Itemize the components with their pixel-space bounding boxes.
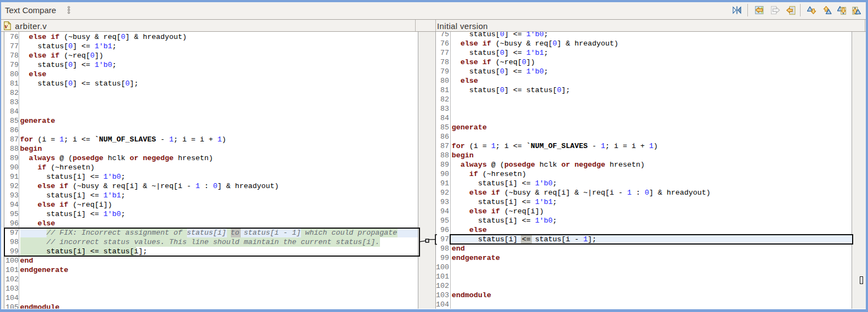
svg-text:v: v [5, 22, 8, 30]
